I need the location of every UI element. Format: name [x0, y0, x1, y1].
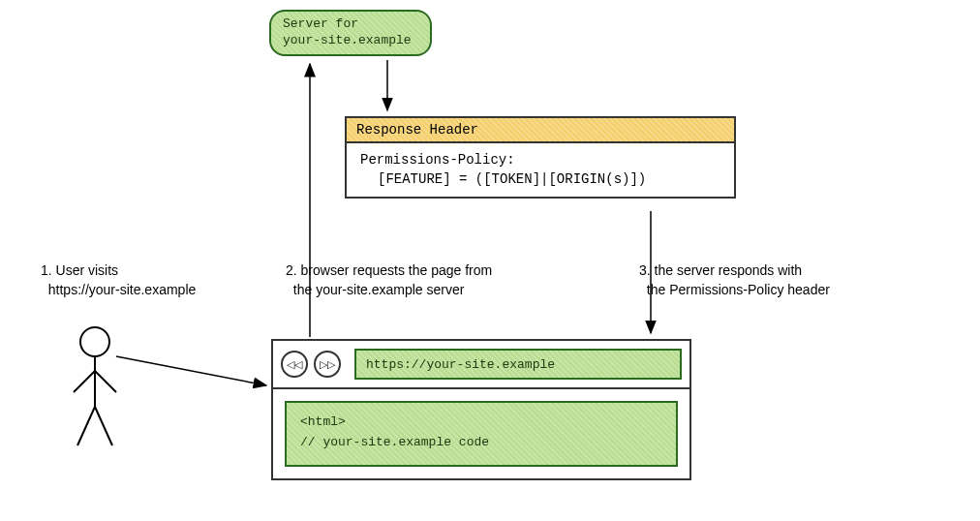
step-3-label: 3. the server responds with the Permissi… [639, 261, 910, 299]
response-header-box: Response Header Permissions-Policy: [FEA… [345, 116, 736, 199]
forward-icon: ▷▷ [320, 358, 335, 371]
user-stick-figure [66, 324, 124, 450]
svg-line-5 [95, 407, 112, 445]
server-line1: Server for [283, 16, 358, 31]
url-bar[interactable]: https://your-site.example [354, 349, 682, 380]
arrow-user-to-browser [116, 356, 266, 385]
code-line2: // your-site.example code [300, 433, 662, 453]
response-line2: [FEATURE] = ([TOKEN]|[ORIGIN(s)]) [360, 170, 720, 190]
back-button[interactable]: ◁◁ [281, 351, 308, 378]
code-line1: <html> [300, 413, 662, 433]
step-2-label: 2. browser requests the page from the yo… [286, 261, 557, 299]
svg-line-2 [74, 371, 95, 392]
response-header-title: Response Header [347, 118, 734, 143]
svg-point-0 [80, 327, 109, 356]
step-1-label: 1. User visits https://your-site.example [41, 261, 254, 299]
page-code-area: <html> // your-site.example code [285, 401, 678, 467]
browser-toolbar: ◁◁ ▷▷ https://your-site.example [273, 341, 689, 389]
server-box: Server for your-site.example [269, 10, 432, 56]
forward-button[interactable]: ▷▷ [314, 351, 341, 378]
svg-line-3 [95, 371, 116, 392]
browser-body: <html> // your-site.example code [273, 389, 689, 478]
back-icon: ◁◁ [287, 358, 302, 371]
response-line1: Permissions-Policy: [360, 151, 720, 170]
server-line2: your-site.example [283, 33, 412, 47]
browser-window: ◁◁ ▷▷ https://your-site.example <html> /… [271, 339, 691, 480]
svg-line-4 [77, 407, 95, 445]
